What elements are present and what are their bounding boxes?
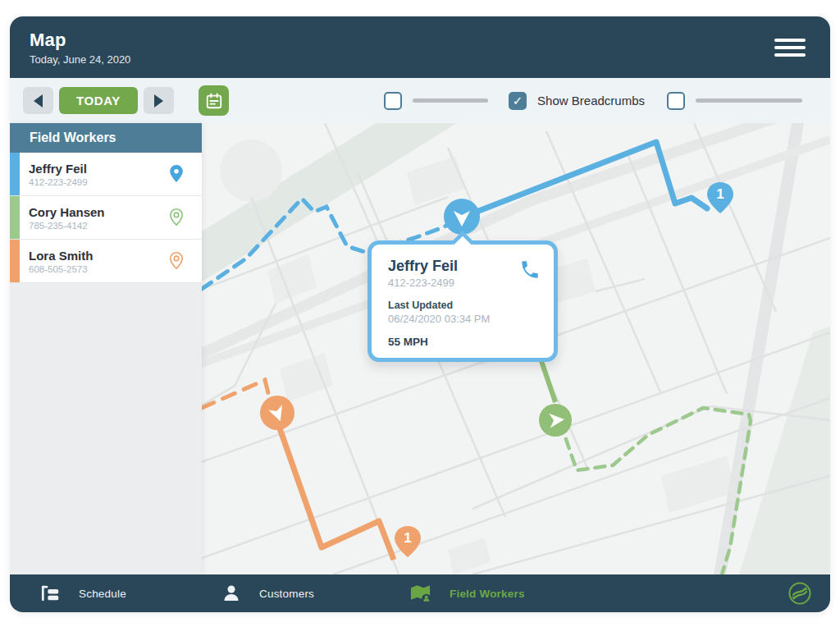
toggle-label-bar [413,98,488,103]
customers-icon [221,584,241,603]
logo-icon [788,581,812,606]
nav-label: Field Workers [450,588,525,600]
worker-name: Jeffry Feil [29,162,88,176]
popup-last-updated-value: 06/24/2020 03:34 PM [388,313,539,325]
worker-phone: 412-223-2499 [29,177,88,187]
hamburger-menu-icon[interactable] [773,34,807,62]
worker-color-stripe [10,196,20,239]
map-canvas[interactable]: 1 1 Jeffry Feil 412-223-2499 Last Updat [202,123,830,574]
nav-label: Customers [259,588,314,600]
worker-row-jeffry-feil[interactable]: Jeffry Feil 412-223-2499 [10,153,202,196]
nav-tab-field-workers[interactable]: Field Workers [409,574,525,612]
arrow-right-icon [154,94,163,108]
worker-info-popup: Jeffry Feil 412-223-2499 Last Updated 06… [368,240,558,362]
prev-day-button[interactable] [23,87,53,114]
page-subtitle: Today, June 24, 2020 [30,53,130,66]
route-green-planned [541,361,555,402]
worker-name: Lora Smith [29,249,93,263]
svg-text:1: 1 [716,186,724,202]
toggle-checkbox-right[interactable] [667,92,685,110]
worker-marker-cory[interactable] [539,404,572,437]
calendar-picker-button[interactable] [199,85,229,116]
popup-worker-name: Jeffry Feil [388,258,539,275]
worker-phone: 608-505-2573 [29,264,93,274]
nav-label: Schedule [79,588,126,600]
nav-tab-customers[interactable]: Customers [221,574,314,612]
worker-phone: 785-235-4142 [29,221,105,231]
worker-marker-jeffry[interactable] [444,199,480,235]
page-title: Map [30,30,130,51]
worker-name: Cory Hansen [29,205,105,219]
call-phone-icon[interactable] [519,259,541,284]
field-workers-sidebar: Field Workers Jeffry Feil 412-223-2499 [10,123,202,574]
calendar-icon [205,92,223,110]
next-day-button[interactable] [144,87,174,114]
schedule-icon [41,584,61,602]
map-pin-icon[interactable] [167,163,185,185]
popup-speed: 55 MPH [388,336,539,348]
route-orange-planned [280,428,394,560]
worker-marker-lora[interactable] [260,396,294,430]
bottom-navigation: Schedule Customers Field Workers [10,574,830,612]
nav-tab-schedule[interactable]: Schedule [41,574,126,612]
today-button[interactable]: TODAY [59,87,138,114]
date-toolbar: TODAY ✓ Show Breadcrumbs [10,78,830,123]
stop-pin-blue-1[interactable]: 1 [707,182,733,213]
map-pin-outline-icon[interactable] [167,207,185,228]
arrow-left-icon [34,94,43,108]
field-workers-map-icon [409,584,431,603]
brand-logo[interactable] [788,581,812,609]
worker-color-stripe [10,240,20,282]
svg-text:1: 1 [404,530,411,546]
worker-row-lora-smith[interactable]: Lora Smith 608-505-2573 [10,240,202,283]
popup-last-updated-label: Last Updated [388,300,539,311]
stop-pin-orange-1[interactable]: 1 [395,526,421,557]
sidebar-title: Field Workers [10,123,202,153]
map-pin-outline-icon[interactable] [167,250,185,272]
app-header: Map Today, June 24, 2020 [10,16,830,78]
show-breadcrumbs-checkbox[interactable]: ✓ [509,92,527,110]
toggle-label-bar [696,98,802,103]
show-breadcrumbs-label: Show Breadcrumbs [537,94,645,108]
app-window: Map Today, June 24, 2020 TODAY ✓ Show Br… [10,16,830,612]
worker-color-stripe [10,153,20,195]
toggle-checkbox-left[interactable] [384,92,402,110]
popup-worker-phone: 412-223-2499 [388,277,539,289]
worker-row-cory-hansen[interactable]: Cory Hansen 785-235-4142 [10,196,202,240]
